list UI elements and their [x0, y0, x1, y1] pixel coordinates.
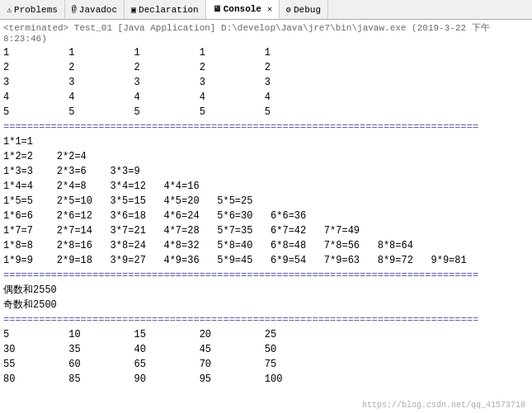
tab-declaration[interactable]: ▣ Declaration: [125, 0, 206, 19]
console-area[interactable]: <terminated> Test_01 [Java Application] …: [0, 20, 532, 413]
tab-bar: ⚠ Problems @ Javadoc ▣ Declaration 🖥 Con…: [0, 0, 532, 20]
separator-1: ========================================…: [3, 120, 529, 134]
declaration-icon: ▣: [131, 5, 136, 15]
tab-javadoc-label: Javadoc: [79, 5, 117, 15]
tab-declaration-label: Declaration: [139, 5, 199, 15]
tab-javadoc[interactable]: @ Javadoc: [65, 0, 125, 19]
status-line: <terminated> Test_01 [Java Application] …: [3, 21, 529, 44]
odd-sum: 奇数和2500: [3, 298, 529, 312]
grid-output: 5 10 15 20 25 30 35 40 45 50 55 60 65 70…: [3, 327, 529, 387]
javadoc-icon: @: [72, 5, 77, 14]
watermark: https://blog.csdn.net/qq_41573718: [362, 401, 525, 410]
mult-table: 1*1=1 1*2=2 2*2=4 1*3=3 2*3=6 3*3=9 1*4=…: [3, 134, 529, 268]
separator-3: ========================================…: [3, 312, 529, 327]
tab-console[interactable]: 🖥 Console ✕: [206, 0, 280, 19]
console-output-1: 1 1 1 1 1 2 2 2 2 2 3 3 3 3 3 4 4 4 4 4 …: [3, 45, 529, 120]
tab-console-label: Console: [224, 4, 261, 14]
tab-debug-label: Debug: [294, 5, 321, 15]
console-close-icon[interactable]: ✕: [267, 4, 272, 14]
tab-problems[interactable]: ⚠ Problems: [0, 0, 65, 19]
console-icon: 🖥: [213, 4, 221, 14]
separator-2: ========================================…: [3, 268, 529, 283]
debug-icon: ⚙: [286, 5, 291, 15]
tab-debug[interactable]: ⚙ Debug: [280, 0, 328, 19]
problems-icon: ⚠: [7, 5, 12, 15]
tab-problems-label: Problems: [14, 5, 58, 15]
even-sum: 偶数和2550: [3, 283, 529, 298]
